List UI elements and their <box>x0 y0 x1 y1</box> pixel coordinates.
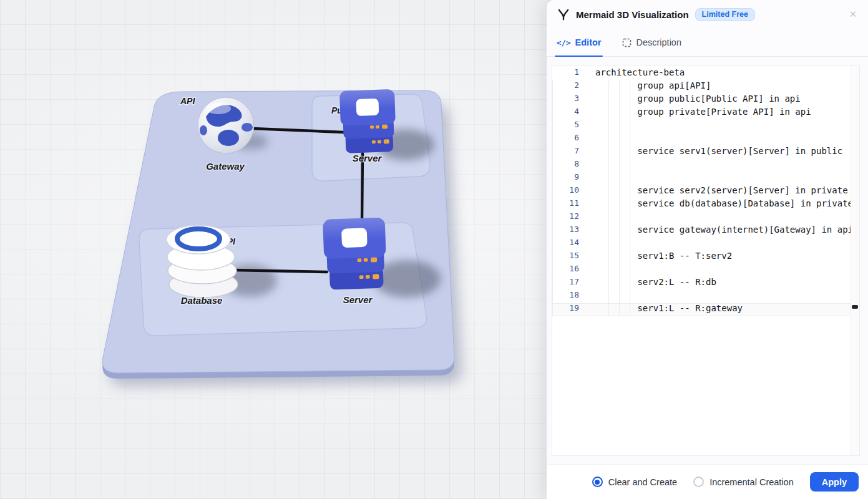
indent-guide <box>619 80 620 316</box>
selection-icon <box>622 38 631 47</box>
code-line[interactable]: 19 serv1:L -- R:gateway <box>552 303 851 316</box>
node-database[interactable] <box>167 225 238 298</box>
code-text <box>585 211 595 225</box>
code-text: service serv1(server)[Server] in public <box>585 146 842 159</box>
label-server-bottom: Server <box>343 294 373 305</box>
code-line[interactable]: 16 <box>552 264 851 277</box>
close-button[interactable]: ✕ <box>845 6 861 22</box>
code-text: service gateway(internet)[Gateway] in ap… <box>585 225 851 238</box>
line-number: 11 <box>552 198 585 211</box>
line-number: 5 <box>552 120 585 133</box>
line-number: 2 <box>552 80 585 94</box>
radio-incremental-creation[interactable]: Incremental Creation <box>693 477 794 487</box>
code-line[interactable]: 6 <box>552 133 851 146</box>
line-number: 9 <box>552 172 585 185</box>
code-text: serv2:L -- R:db <box>585 277 716 290</box>
line-number: 4 <box>552 107 585 120</box>
code-line[interactable]: 18 <box>552 290 851 303</box>
code-text: group public[Public API] in api <box>585 94 801 107</box>
code-line[interactable]: 17 serv2:L -- R:db <box>552 277 851 290</box>
app: API Public API Private API <box>0 0 868 499</box>
code-editor[interactable]: 1architecture-beta2 group api[API]3 grou… <box>552 65 860 456</box>
side-panel: Mermaid 3D Visualization Limited Free ✕ … <box>547 0 868 499</box>
line-number: 13 <box>552 225 585 238</box>
line-number: 6 <box>552 133 585 146</box>
code-line[interactable]: 9 <box>552 172 851 185</box>
node-server-private[interactable] <box>323 217 387 289</box>
code-line[interactable]: 1architecture-beta <box>552 67 851 80</box>
radio-clear-label: Clear and Create <box>608 477 677 487</box>
scroll-marker <box>852 305 858 309</box>
radio-incremental-label: Incremental Creation <box>710 477 794 487</box>
line-number: 12 <box>552 211 585 225</box>
line-number: 1 <box>552 67 585 80</box>
code-text <box>585 172 595 185</box>
code-text <box>585 159 595 172</box>
code-text <box>585 133 595 146</box>
code-line[interactable]: 3 group public[Public API] in api <box>552 94 851 107</box>
indent-guide <box>552 80 553 316</box>
code-text <box>585 120 595 133</box>
code-line[interactable]: 10 service serv2(server)[Server] in priv… <box>552 185 851 198</box>
code-line[interactable]: 4 group private[Private API] in api <box>552 107 851 120</box>
code-line[interactable]: 11 service db(database)[Database] in pri… <box>552 198 851 211</box>
line-number: 18 <box>552 290 585 303</box>
code-line[interactable]: 7 service serv1(server)[Server] in publi… <box>552 146 851 159</box>
label-gateway: Gateway <box>206 161 245 172</box>
node-gateway[interactable] <box>198 97 254 153</box>
radio-dot <box>592 477 603 487</box>
line-number: 3 <box>552 94 585 107</box>
label-database: Database <box>181 295 223 306</box>
code-text <box>585 238 595 251</box>
line-number: 15 <box>552 251 585 264</box>
mermaid-logo-icon <box>557 7 570 21</box>
code-line[interactable]: 13 service gateway(internet)[Gateway] in… <box>552 225 851 238</box>
edge-server-server <box>362 153 363 225</box>
footer-bar: Clear and Create Incremental Creation Ap… <box>547 464 868 499</box>
code-line[interactable]: 5 <box>552 120 851 133</box>
radio-dot <box>693 477 704 487</box>
tab-bar: </> Editor Description <box>547 29 868 57</box>
line-number: 7 <box>552 146 585 159</box>
code-line[interactable]: 14 <box>552 238 851 251</box>
apply-button[interactable]: Apply <box>810 472 859 492</box>
radio-clear-and-create[interactable]: Clear and Create <box>592 477 677 487</box>
tab-editor-label: Editor <box>575 37 602 47</box>
architecture-scene: API Public API Private API <box>0 0 547 499</box>
code-lines[interactable]: 1architecture-beta2 group api[API]3 grou… <box>552 65 851 455</box>
code-line[interactable]: 8 <box>552 159 851 172</box>
tab-editor[interactable]: </> Editor <box>557 29 601 56</box>
plan-badge: Limited Free <box>695 8 755 21</box>
scrollbar[interactable] <box>851 65 859 455</box>
node-server-public[interactable] <box>339 89 396 153</box>
line-number: 17 <box>552 277 585 290</box>
code-text: service db(database)[Database] in privat… <box>585 198 851 211</box>
panel-header: Mermaid 3D Visualization Limited Free ✕ <box>547 0 868 29</box>
code-line[interactable]: 12 <box>552 211 851 225</box>
tab-description-label: Description <box>636 37 681 47</box>
indent-guide <box>630 80 630 316</box>
code-line[interactable]: 15 serv1:B -- T:serv2 <box>552 251 851 264</box>
indent-guide <box>608 80 609 316</box>
edge-database-server <box>235 270 327 272</box>
tab-description[interactable]: Description <box>622 29 681 56</box>
line-number: 10 <box>552 185 585 198</box>
line-number: 19 <box>552 303 585 316</box>
code-text: service serv2(server)[Server] in private <box>585 185 848 198</box>
code-icon: </> <box>557 38 571 47</box>
code-text: architecture-beta <box>585 67 685 80</box>
line-number: 14 <box>552 238 585 251</box>
label-server-top: Server <box>353 153 383 163</box>
line-number: 8 <box>552 159 585 172</box>
code-line[interactable]: 2 group api[API] <box>552 80 851 94</box>
code-text: serv1:B -- T:serv2 <box>585 251 732 264</box>
code-text <box>585 290 595 303</box>
panel-title: Mermaid 3D Visualization <box>576 9 689 20</box>
group-label-api: API <box>180 96 195 106</box>
code-text <box>585 264 595 277</box>
line-number: 16 <box>552 264 585 277</box>
code-text: group api[API] <box>585 80 711 94</box>
